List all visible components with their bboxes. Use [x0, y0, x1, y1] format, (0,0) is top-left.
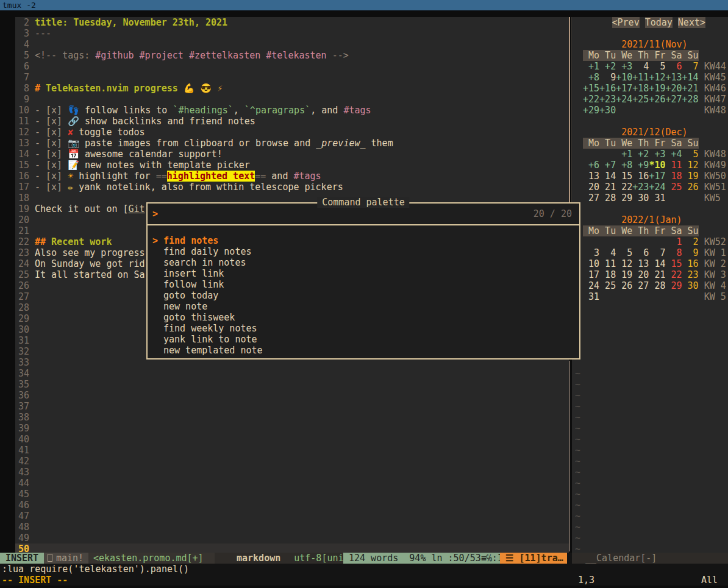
calendar-day[interactable]: 13 [632, 258, 649, 269]
buffer-section[interactable]: ☰ [11]tra… [500, 553, 567, 564]
calendar-day[interactable]: +13 [665, 72, 682, 83]
calendar-day[interactable]: 7 [649, 247, 665, 258]
calendar-day[interactable]: 4 [599, 247, 616, 258]
palette-item[interactable]: new note [148, 301, 579, 312]
editor-line[interactable]: 8# Telekasten.nvim progress 💪 😎 ⚡ [15, 83, 569, 94]
calendar-day[interactable]: +22 [583, 94, 599, 105]
calendar-day[interactable]: +26 [649, 94, 665, 105]
calendar-day[interactable]: +4 [665, 149, 682, 160]
palette-item[interactable]: find weekly notes [148, 323, 579, 334]
calendar-day[interactable]: +18 [632, 83, 649, 94]
calendar-day[interactable]: 20 [632, 269, 649, 280]
editor-line[interactable]: 45 [15, 489, 569, 500]
calendar-day[interactable]: 18 [599, 269, 616, 280]
calendar-day[interactable]: +27 [665, 94, 682, 105]
calendar-day[interactable]: 2 [682, 236, 699, 247]
calendar-day[interactable]: +3 [616, 61, 632, 72]
calendar-day[interactable]: 11 [665, 160, 682, 171]
editor-line[interactable]: 14- [x] 📅 awesome calendar support! [15, 149, 569, 160]
editor-line[interactable]: 48 [15, 522, 569, 533]
calendar-day[interactable]: 28 [649, 280, 665, 291]
editor-line[interactable]: 36 [15, 390, 569, 401]
calendar-day[interactable]: +23 [632, 182, 649, 193]
palette-item[interactable]: goto thisweek [148, 312, 579, 323]
calendar-day[interactable]: +24 [616, 94, 632, 105]
calendar-day[interactable]: +2 [599, 61, 616, 72]
editor-line[interactable]: 34 [15, 368, 569, 379]
calendar-day[interactable]: 26 [616, 280, 632, 291]
calendar-day[interactable]: +23 [599, 94, 616, 105]
editor-line[interactable]: 4 [15, 39, 569, 50]
filename-section[interactable]: <ekasten.promo.md[+] [88, 553, 215, 564]
editor-line[interactable]: 38 [15, 412, 569, 423]
editor-line[interactable]: 11- [x] 🔗 show backlinks and friend note… [15, 116, 569, 127]
calendar-day[interactable]: 4 [632, 61, 649, 72]
editor-line[interactable]: 10- [x] 👣 follow links to `#headings`, `… [15, 105, 569, 116]
palette-item[interactable]: yank link to note [148, 334, 579, 345]
calendar-day[interactable]: +15 [583, 83, 599, 94]
calendar-day[interactable]: +17 [616, 83, 632, 94]
editor-line[interactable]: 5<!-- tags: #github #project #zettelkast… [15, 50, 569, 61]
calendar-day[interactable]: 29 [665, 280, 682, 291]
editor-line[interactable]: 6 [15, 61, 569, 72]
calendar-day[interactable]: +25 [632, 94, 649, 105]
palette-item[interactable]: new templated note [148, 345, 579, 356]
calendar-day[interactable]: 18 [665, 171, 682, 182]
editor-line[interactable]: 15- [x] 📝 new notes with template picker [15, 160, 569, 171]
editor-line[interactable]: 40 [15, 434, 569, 445]
calendar-day[interactable]: 22 [616, 182, 632, 193]
calendar-day[interactable]: 15 [665, 258, 682, 269]
calendar-day[interactable]: +6 [583, 160, 599, 171]
calendar-day[interactable]: 20 [583, 182, 599, 193]
calendar-day[interactable]: +16 [599, 83, 616, 94]
calendar-day[interactable]: 11 [599, 258, 616, 269]
calendar-day[interactable]: 12 [682, 160, 699, 171]
calendar-day[interactable]: +11 [632, 72, 649, 83]
calendar-today-button[interactable]: Today [645, 17, 673, 28]
calendar-day[interactable]: 26 [682, 182, 699, 193]
calendar-day[interactable]: +2 [632, 149, 649, 160]
calendar-day[interactable]: +19 [649, 83, 665, 94]
calendar-day[interactable]: 30 [682, 280, 699, 291]
calendar-day[interactable]: 22 [665, 269, 682, 280]
calendar-day[interactable]: +29 [583, 105, 599, 116]
calendar-day[interactable]: 19 [616, 269, 632, 280]
editor-line[interactable]: 42 [15, 456, 569, 467]
command-line[interactable]: :lua require('telekasten').panel() [0, 564, 728, 575]
calendar-day[interactable]: 10 [583, 258, 599, 269]
calendar-day[interactable]: 8 [665, 247, 682, 258]
calendar-day[interactable]: +10 [616, 72, 632, 83]
editor-line[interactable]: 2title: Tuesday, November 23th, 2021 [15, 17, 569, 28]
calendar-day[interactable]: +28 [682, 94, 699, 105]
calendar-day[interactable]: 29 [616, 193, 632, 204]
calendar-day[interactable]: 6 [632, 247, 649, 258]
palette-item[interactable]: insert link [148, 268, 579, 279]
calendar-day[interactable]: 27 [583, 193, 599, 204]
editor-line[interactable]: 17- [x] ✏ yank notelink, also from wthin… [15, 182, 569, 193]
editor-line[interactable]: 3--- [15, 28, 569, 39]
calendar-day[interactable]: +12 [649, 72, 665, 83]
calendar-day[interactable]: +8 [583, 72, 599, 83]
calendar-next-button[interactable]: Next> [678, 17, 705, 28]
editor-line[interactable]: 49 [15, 533, 569, 544]
calendar-day[interactable]: 27 [632, 280, 649, 291]
calendar-day[interactable]: +17 [649, 171, 665, 182]
calendar-day[interactable]: 28 [599, 193, 616, 204]
calendar-day[interactable]: 24 [583, 280, 599, 291]
calendar-day[interactable]: 23 [682, 269, 699, 280]
calendar-day[interactable]: 25 [599, 280, 616, 291]
editor-line[interactable]: 43 [15, 467, 569, 478]
calendar-day[interactable]: 30 [632, 193, 649, 204]
calendar-day[interactable]: 5 [649, 61, 665, 72]
calendar-day[interactable]: 14 [649, 258, 665, 269]
calendar-day[interactable]: +3 [649, 149, 665, 160]
calendar-day[interactable]: 14 [599, 171, 616, 182]
calendar-day[interactable]: 9 [682, 247, 699, 258]
calendar-day[interactable]: +20 [665, 83, 682, 94]
calendar-day[interactable]: 13 [583, 171, 599, 182]
palette-prompt-input[interactable]: > [152, 208, 158, 219]
calendar-day[interactable]: +8 [616, 160, 632, 171]
editor-line[interactable]: 41 [15, 445, 569, 456]
calendar-day[interactable]: *10 [649, 160, 665, 171]
calendar-day[interactable]: 5 [616, 247, 632, 258]
